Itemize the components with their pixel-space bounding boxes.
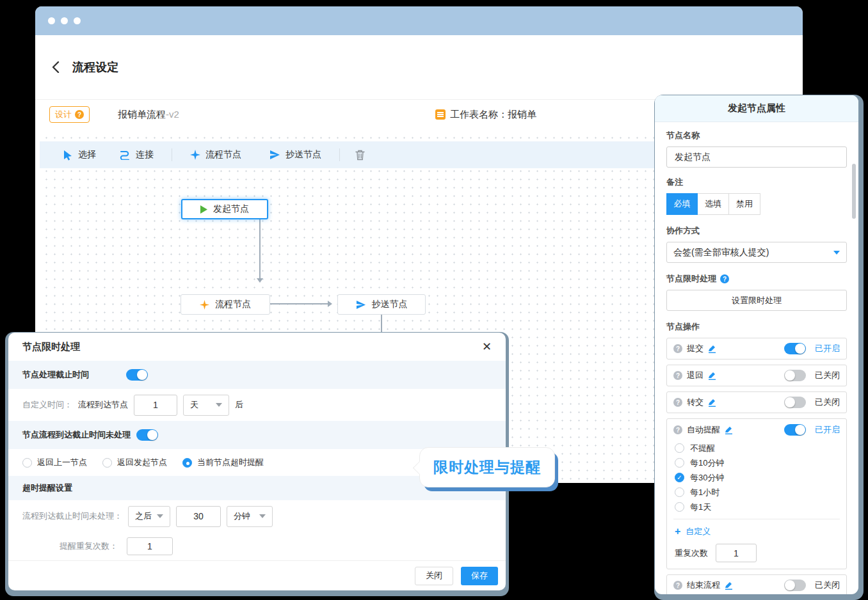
edge-arrowhead — [257, 278, 263, 286]
close-icon[interactable]: ✕ — [482, 340, 492, 354]
op-row-return: ? 退回 已关闭 — [666, 365, 847, 386]
repeat-count-row: 重复次数 1 — [667, 544, 846, 562]
edit-icon[interactable] — [708, 399, 716, 407]
help-icon[interactable]: ? — [673, 344, 682, 353]
traffic-dot[interactable] — [61, 17, 68, 24]
time-limit-label: 节点限时处理 ? — [666, 273, 847, 285]
panel-scrollbar[interactable] — [852, 164, 856, 219]
radio-return-start[interactable]: 返回发起节点 — [102, 457, 167, 468]
custom-time-unit-select[interactable]: 天 — [183, 395, 229, 416]
help-icon[interactable]: ? — [75, 110, 84, 119]
repeat-input[interactable]: 1 — [716, 544, 757, 562]
radio-return-previous[interactable]: 返回上一节点 — [22, 457, 87, 468]
add-custom-link[interactable]: + 自定义 — [667, 524, 846, 539]
edit-icon[interactable] — [708, 372, 716, 380]
overdue-toggle[interactable] — [136, 429, 158, 441]
edge-flow-to-cc — [270, 303, 328, 304]
node-name-input[interactable]: 发起节点 — [666, 146, 847, 168]
collab-select[interactable]: 会签(需全部审核人提交) — [666, 242, 847, 263]
segment-optional[interactable]: 选填 — [698, 193, 729, 215]
deadline-toggle-label: 节点处理截止时间 — [22, 369, 126, 381]
design-badge[interactable]: 设计 ? — [49, 106, 90, 123]
remind-repeat-label: 提醒重复次数： — [60, 541, 118, 552]
connect-tool[interactable]: 连接 — [119, 149, 154, 161]
flow-node-tool[interactable]: 流程节点 — [190, 149, 241, 161]
help-icon[interactable]: ? — [673, 581, 682, 590]
help-icon[interactable]: ? — [673, 371, 682, 380]
remark-segmented-control: 必填 选填 禁用 — [666, 193, 847, 215]
node-properties-panel: 发起节点属性 节点名称 发起节点 备注 必填 选填 禁用 协作方式 会签(需全部… — [654, 95, 864, 600]
help-icon[interactable]: ? — [720, 274, 729, 283]
deadline-toggle[interactable] — [126, 369, 148, 381]
radio-icon — [102, 458, 112, 468]
remind-option-none[interactable]: 不提醒 — [667, 441, 846, 455]
op-toggle-end-flow[interactable] — [784, 580, 806, 591]
save-button[interactable]: 保存 — [461, 567, 498, 585]
remind-condition-label: 流程到达截止时间未处理： — [22, 510, 122, 522]
op-row-transfer: ? 转交 已关闭 — [666, 391, 847, 413]
play-icon — [200, 205, 207, 214]
remind-repeat-row: 提醒重复次数： 1 — [8, 532, 506, 560]
edit-icon[interactable] — [708, 345, 716, 353]
radio-icon — [675, 443, 684, 453]
set-time-limit-button[interactable]: 设置限时处理 — [666, 290, 847, 311]
remind-when-select[interactable]: 之后 — [128, 506, 170, 527]
remind-repeat-input[interactable]: 1 — [127, 537, 173, 555]
segment-disabled[interactable]: 禁用 — [729, 193, 760, 215]
plus-icon: + — [675, 526, 680, 537]
callout-tooltip: 限时处理与提醒 — [419, 447, 555, 487]
delete-tool[interactable] — [355, 150, 365, 161]
edit-icon[interactable] — [725, 581, 733, 590]
op-label: 结束流程 — [687, 580, 720, 591]
remind-option-1day[interactable]: 每1天 — [667, 500, 846, 514]
cc-node-tool-label: 抄送节点 — [285, 149, 321, 161]
remind-condition-row: 流程到达截止时间未处理： 之后 30 分钟 — [8, 500, 506, 532]
op-toggle-return[interactable] — [784, 370, 806, 381]
connect-tool-label: 连接 — [136, 149, 154, 161]
cc-node-tool[interactable]: 抄送节点 — [269, 149, 321, 161]
op-toggle-auto-remind[interactable] — [784, 424, 806, 436]
flow-title: 报销单流程-v2 — [118, 109, 179, 121]
toolbar-divider — [172, 148, 172, 161]
op-label: 转交 — [687, 397, 703, 408]
remind-option-10min[interactable]: 每10分钟 — [667, 455, 846, 470]
edge-start-to-flow — [259, 219, 261, 278]
traffic-dot[interactable] — [74, 17, 81, 24]
node-start[interactable]: 发起节点 — [181, 199, 268, 219]
remind-section-label: 超时提醒设置 — [22, 482, 72, 494]
op-toggle-transfer[interactable] — [784, 397, 806, 408]
edit-icon[interactable] — [725, 426, 733, 434]
help-icon[interactable]: ? — [673, 425, 682, 434]
node-name-label: 节点名称 — [666, 130, 847, 141]
op-toggle-submit[interactable] — [784, 343, 806, 354]
node-flow[interactable]: 流程节点 — [181, 294, 270, 315]
radio-checked-icon — [182, 458, 192, 468]
node-cc-label: 抄送节点 — [372, 299, 408, 310]
help-icon[interactable]: ? — [673, 398, 682, 407]
segment-required[interactable]: 必填 — [666, 193, 698, 215]
chevron-down-icon — [216, 403, 222, 410]
close-button[interactable]: 关闭 — [415, 567, 453, 585]
op-state: 已开启 — [815, 424, 840, 436]
node-cc[interactable]: 抄送节点 — [337, 294, 426, 315]
stage: 流程设定 设计 ? 报销单流程-v2 工作表名称：报销单 选择 连接 — [0, 0, 868, 600]
trash-icon — [355, 150, 365, 161]
design-badge-label: 设计 — [55, 109, 72, 120]
remind-value-input[interactable]: 30 — [176, 506, 221, 527]
op-state: 已关闭 — [815, 397, 840, 408]
custom-time-input[interactable]: 1 — [134, 395, 177, 416]
repeat-label: 重复次数 — [675, 548, 708, 559]
custom-time-suffix: 后 — [235, 399, 243, 411]
select-tool[interactable]: 选择 — [63, 149, 96, 161]
radio-current-remind[interactable]: 当前节点超时提醒 — [182, 457, 264, 468]
panel-body: 节点名称 发起节点 备注 必填 选填 禁用 协作方式 会签(需全部审核人提交) … — [655, 122, 858, 594]
remind-option-1hour[interactable]: 每1小时 — [667, 485, 846, 500]
connector-icon — [119, 150, 131, 160]
star-icon — [200, 300, 209, 310]
remind-unit-select[interactable]: 分钟 — [227, 506, 273, 527]
flow-version: -v2 — [166, 109, 179, 120]
back-icon[interactable] — [49, 61, 62, 74]
op-label: 提交 — [687, 343, 703, 354]
remind-option-30min[interactable]: 每30分钟 — [667, 470, 846, 485]
traffic-dot[interactable] — [48, 17, 55, 24]
